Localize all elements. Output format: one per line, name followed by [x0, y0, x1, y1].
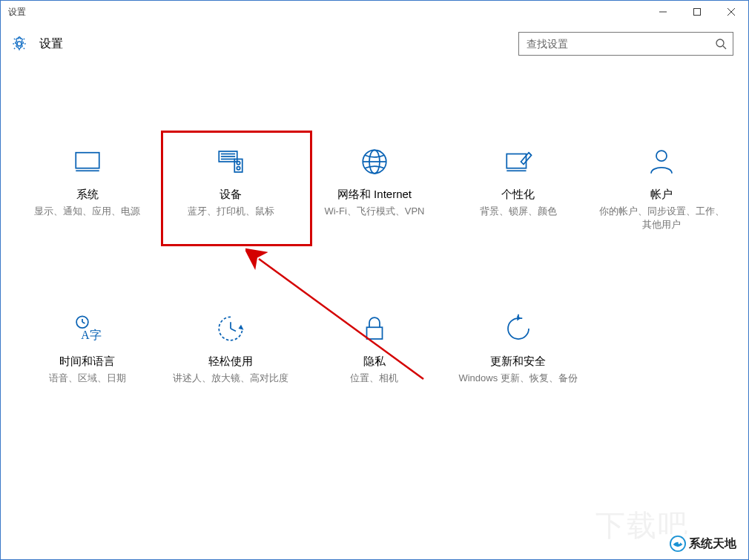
tile-desc: 蓝牙、打印机、鼠标 — [188, 205, 274, 218]
svg-point-5 — [716, 39, 724, 47]
time-language-icon: A字 — [72, 313, 103, 344]
tile-desc: 讲述人、放大镜、高对比度 — [173, 372, 288, 385]
tile-time-language[interactable]: A字 时间和语言 语音、区域、日期 — [21, 313, 154, 385]
devices-icon — [215, 146, 246, 177]
tile-personalization[interactable]: 个性化 背景、锁屏、颜色 — [452, 146, 585, 231]
tile-desc: 语音、区域、日期 — [49, 372, 126, 385]
close-icon — [727, 7, 736, 16]
maximize-icon — [693, 7, 702, 16]
globe-icon — [359, 146, 390, 177]
tile-title: 轻松使用 — [208, 355, 253, 369]
svg-rect-1 — [694, 9, 701, 16]
tiles-container: 系统 显示、通知、应用、电源 设备 蓝牙、打印机、鼠标 — [1, 65, 748, 386]
tile-title: 帐户 — [650, 188, 673, 202]
tile-desc: 你的帐户、同步设置、工作、其他用户 — [598, 205, 725, 231]
svg-rect-7 — [76, 153, 99, 168]
watermark-logo-icon — [670, 536, 686, 552]
svg-line-21 — [529, 153, 532, 156]
maximize-button[interactable] — [680, 1, 714, 23]
tile-desc: 显示、通知、应用、电源 — [34, 205, 140, 218]
search-input[interactable] — [519, 33, 733, 55]
update-icon — [503, 313, 534, 344]
page-title: 设置 — [39, 36, 518, 52]
svg-point-34 — [678, 542, 680, 544]
tile-title: 设备 — [220, 188, 242, 202]
person-icon — [646, 146, 677, 177]
svg-point-4 — [17, 42, 22, 46]
tile-devices[interactable]: 设备 蓝牙、打印机、鼠标 — [164, 146, 297, 231]
personalization-icon — [503, 146, 534, 177]
tile-title: 个性化 — [501, 188, 535, 202]
tile-network[interactable]: 网络和 Internet Wi-Fi、飞行模式、VPN — [308, 146, 441, 231]
lock-icon — [359, 313, 390, 344]
window-titlebar: 设置 — [1, 1, 748, 23]
tile-row-1: 系统 显示、通知、应用、电源 设备 蓝牙、打印机、鼠标 — [16, 146, 733, 231]
search-icon — [715, 38, 727, 50]
close-button[interactable] — [714, 1, 748, 23]
watermark-text: 系统天地 — [689, 536, 736, 552]
tile-update-security[interactable]: 更新和安全 Windows 更新、恢复、备份 — [452, 313, 585, 385]
tile-title: 系统 — [76, 188, 99, 202]
window-title: 设置 — [8, 6, 646, 19]
svg-point-14 — [237, 162, 240, 165]
tile-desc: Wi-Fi、飞行模式、VPN — [324, 205, 424, 218]
tile-title: 网络和 Internet — [337, 188, 412, 202]
search-box[interactable] — [518, 32, 733, 56]
window-controls — [646, 1, 748, 23]
svg-rect-19 — [507, 154, 526, 168]
svg-line-6 — [723, 46, 726, 49]
tile-title: 更新和安全 — [490, 355, 546, 369]
svg-point-15 — [237, 167, 240, 170]
tile-title: 隐私 — [363, 355, 386, 369]
tile-system[interactable]: 系统 显示、通知、应用、电源 — [21, 146, 154, 231]
svg-line-29 — [231, 329, 236, 332]
header-bar: 设置 — [1, 23, 748, 65]
tile-desc: 位置、相机 — [350, 372, 398, 385]
minimize-icon — [659, 7, 667, 16]
svg-text:A字: A字 — [81, 329, 101, 341]
svg-marker-27 — [239, 325, 244, 330]
tile-privacy[interactable]: 隐私 位置、相机 — [308, 313, 441, 385]
minimize-button[interactable] — [646, 1, 680, 23]
watermark-badge: 系统天地 — [665, 534, 741, 553]
tile-desc: 背景、锁屏、颜色 — [480, 205, 557, 218]
tile-row-2: A字 时间和语言 语音、区域、日期 轻松使用 讲述人、放大镜、高对比度 — [16, 313, 733, 385]
gear-icon — [11, 36, 27, 52]
tile-desc: Windows 更新、恢复、备份 — [458, 372, 577, 385]
tile-accounts[interactable]: 帐户 你的帐户、同步设置、工作、其他用户 — [595, 146, 728, 231]
ease-of-access-icon — [215, 313, 246, 344]
display-icon — [72, 146, 103, 177]
svg-line-25 — [82, 323, 85, 324]
svg-point-22 — [656, 151, 667, 161]
svg-rect-30 — [366, 328, 382, 340]
tile-ease-of-access[interactable]: 轻松使用 讲述人、放大镜、高对比度 — [164, 313, 297, 385]
tile-title: 时间和语言 — [59, 355, 115, 369]
